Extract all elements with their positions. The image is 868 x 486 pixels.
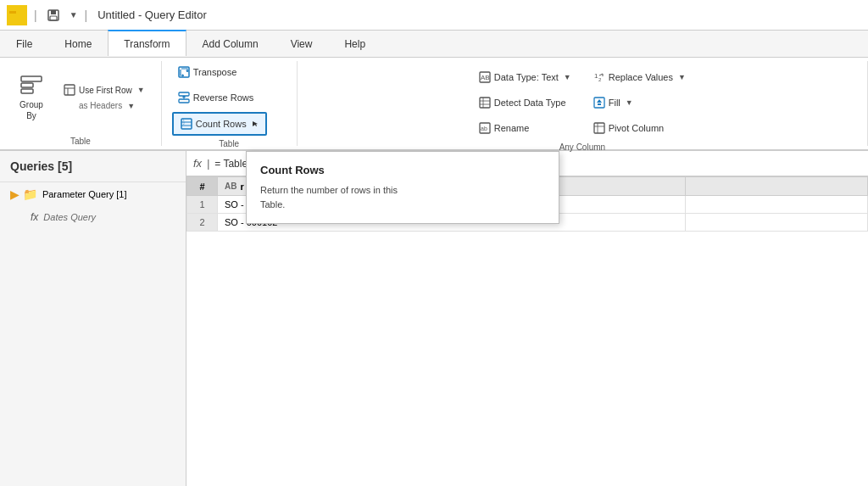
count-rows-icon: 1 2 [181, 118, 192, 130]
use-first-row-sub: as Headers ▼ [64, 98, 145, 113]
queries-sidebar: Queries [5] ▶ 📁 Parameter Query [1] fx D… [0, 151, 186, 486]
any-col-content: AB Data Type: Text ▼ Dete [473, 61, 692, 139]
reverse-rows-label: Reverse Rows [193, 92, 254, 103]
transpose-icon [178, 66, 190, 78]
svg-marker-36 [597, 99, 602, 103]
dates-query-label: Dates Query [43, 212, 96, 222]
quick-access-arrow[interactable]: ▼ [70, 10, 78, 20]
data-type-button[interactable]: AB Data Type: Text ▼ [473, 66, 577, 88]
formula-fx-label: fx [193, 157, 202, 170]
fill-arrow[interactable]: ▼ [626, 98, 633, 107]
ribbon-group-table-left: Group By Use First Row ▼ as Headers [0, 61, 162, 146]
sidebar-item-parameter-query[interactable]: ▶ 📁 Parameter Query [1] [0, 182, 186, 206]
ribbon-tabs: File Home Transform Add Column View Help [0, 31, 868, 58]
tab-add-column[interactable]: Add Column [186, 31, 275, 57]
transpose-label: Transpose [193, 67, 237, 77]
svg-rect-16 [179, 99, 189, 103]
any-column-label: Any Column [559, 139, 605, 152]
col-header-number: # [187, 177, 218, 196]
save-button[interactable] [44, 6, 63, 25]
app-logo [7, 5, 27, 25]
titlebar: | ▼ | Untitled - Query Editor [0, 0, 868, 31]
tab-home[interactable]: Home [48, 31, 108, 57]
sidebar-item-dates-query[interactable]: fx Dates Query [0, 206, 186, 228]
svg-rect-1 [9, 11, 16, 14]
row-num-1: 1 [187, 196, 218, 214]
replace-values-arrow[interactable]: ▼ [678, 73, 686, 81]
use-first-row-arrow[interactable]: ▼ [137, 86, 145, 94]
pivot-column-button[interactable]: Pivot Column [587, 117, 692, 139]
tooltip-description: Return the number of rows in this Table. [260, 183, 545, 211]
use-first-row-row[interactable]: Use First Row ▼ [64, 81, 145, 98]
formula-equals: | [207, 158, 209, 170]
tab-help[interactable]: Help [328, 31, 381, 57]
fill-button[interactable]: Fill ▼ [587, 92, 692, 114]
reverse-rows-button[interactable]: Reverse Rows [172, 87, 260, 109]
tab-view[interactable]: View [275, 31, 329, 57]
pivot-column-icon [593, 122, 605, 134]
svg-text:2: 2 [598, 77, 602, 82]
svg-rect-9 [64, 85, 75, 95]
count-rows-tooltip: Count Rows Return the number of rows in … [246, 151, 559, 224]
pivot-column-label: Pivot Column [609, 123, 664, 133]
data-type-arrow[interactable]: ▼ [564, 73, 571, 81]
svg-text:ab: ab [481, 126, 487, 131]
table-actions: Transpose Reverse Rows [172, 61, 287, 136]
tab-file[interactable]: File [0, 31, 48, 57]
parameter-query-label: Parameter Query [1] [42, 189, 127, 199]
tab-transform[interactable]: Transform [108, 30, 186, 56]
use-first-row-area: Use First Row ▼ as Headers ▼ [58, 61, 151, 133]
replace-values-icon: 1 2 [593, 71, 605, 83]
count-rows-button[interactable]: 1 2 Count Rows [172, 112, 267, 136]
window-title: Untitled - Query Editor [97, 8, 207, 21]
ribbon-group-table-right: Transpose Reverse Rows [162, 61, 298, 146]
titlebar-sep2: | [85, 8, 88, 22]
svg-marker-24 [253, 121, 258, 126]
ribbon-content: Group By Use First Row ▼ as Headers [0, 58, 868, 151]
tooltip-title: Count Rows [260, 164, 545, 176]
any-col-right: 1 2 Replace Values ▼ [587, 66, 692, 139]
table-right-label: Table [219, 136, 239, 148]
col-header-extra [685, 177, 867, 196]
replace-values-button[interactable]: 1 2 Replace Values ▼ [587, 66, 692, 88]
cursor-icon [252, 120, 259, 127]
data-type-label: Data Type: Text [494, 72, 559, 82]
svg-rect-38 [594, 123, 604, 133]
fill-icon [593, 97, 605, 109]
svg-text:AB: AB [481, 74, 490, 81]
transpose-button[interactable]: Transpose [172, 61, 243, 83]
count-rows-label: Count Rows [196, 119, 247, 129]
group-by-button[interactable]: Group By [10, 64, 53, 131]
cell-extra-1 [685, 196, 867, 214]
col-type-icon: AB [225, 182, 236, 191]
svg-rect-4 [51, 10, 56, 14]
folder-icon: ▶ 📁 [10, 187, 37, 201]
use-first-row-button[interactable]: Use First Row ▼ as Headers ▼ [58, 79, 151, 115]
fill-label: Fill [609, 98, 620, 108]
use-first-row-icon [64, 84, 75, 96]
svg-rect-27 [480, 98, 490, 108]
detect-data-type-icon [479, 97, 491, 109]
as-headers-arrow[interactable]: ▼ [127, 102, 135, 110]
group-by-area: Group By Use First Row ▼ as Headers [10, 61, 151, 133]
svg-rect-8 [21, 89, 33, 93]
data-type-icon: AB [479, 71, 491, 83]
titlebar-separator: | [34, 8, 37, 22]
any-col-left: AB Data Type: Text ▼ Dete [473, 66, 577, 139]
rename-icon: ab [479, 122, 491, 134]
svg-rect-2 [17, 8, 20, 11]
as-headers-label: as Headers [79, 101, 122, 110]
rename-label: Rename [494, 123, 530, 133]
row-num-2: 2 [187, 214, 218, 232]
svg-text:2: 2 [183, 122, 185, 126]
ribbon-group-any-column: AB Data Type: Text ▼ Dete [298, 61, 868, 146]
svg-rect-37 [598, 103, 601, 105]
replace-values-label: Replace Values [609, 72, 673, 82]
use-first-row-label: Use First Row [79, 86, 132, 95]
cell-extra-2 [685, 214, 867, 232]
detect-data-type-button[interactable]: Detect Data Type [473, 92, 577, 114]
detect-data-type-label: Detect Data Type [494, 98, 566, 108]
svg-rect-15 [179, 92, 189, 96]
svg-rect-6 [21, 76, 42, 81]
rename-button[interactable]: ab Rename [473, 117, 577, 139]
